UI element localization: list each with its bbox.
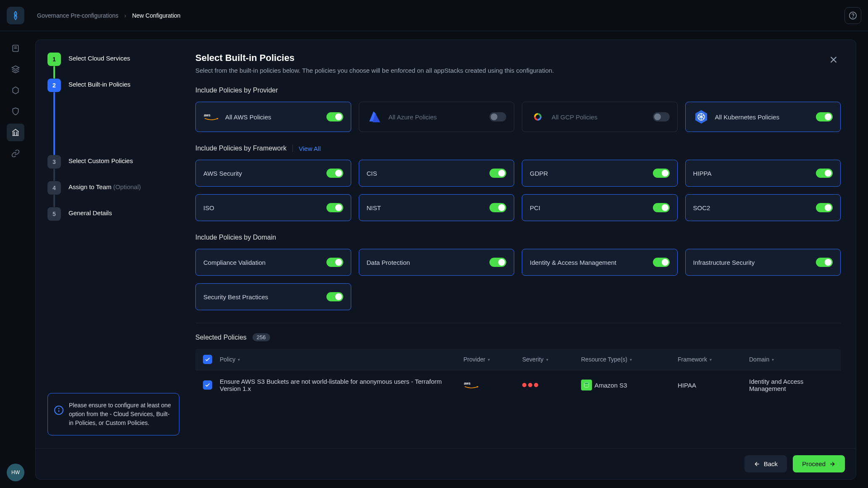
policy-tile[interactable]: Identity & Access Management <box>522 249 678 276</box>
col-header-provider[interactable]: Provider▾ <box>463 356 518 363</box>
col-header-severity[interactable]: Severity▾ <box>522 356 577 363</box>
tile-label: Infrastructure Security <box>693 259 810 266</box>
nav-governance[interactable] <box>7 124 24 141</box>
page-subtitle: Select from the built-in policies below.… <box>195 67 554 74</box>
toggle[interactable] <box>326 258 343 267</box>
policy-tile[interactable]: HIPPA <box>685 160 841 187</box>
tile-label: SOC2 <box>693 204 810 211</box>
toggle[interactable] <box>653 112 670 121</box>
step-badge: 2 <box>47 79 61 92</box>
toggle[interactable] <box>326 112 343 121</box>
info-icon <box>54 405 64 418</box>
step-label: Select Built-in Policies <box>68 79 131 88</box>
step-3[interactable]: 3Select Custom Policies <box>47 155 179 169</box>
toggle[interactable] <box>816 203 833 212</box>
policy-tile[interactable]: PCI <box>522 194 678 221</box>
col-header-policy[interactable]: Policy▾ <box>220 356 459 363</box>
help-button[interactable] <box>844 7 861 24</box>
policy-tile[interactable]: Data Protection <box>359 249 515 276</box>
policy-tile[interactable]: All Kubernetes Policies <box>685 102 841 132</box>
nav-hex[interactable] <box>7 82 24 99</box>
step-label: Assign to Team (Optional) <box>68 181 141 190</box>
nav-layers[interactable] <box>7 61 24 78</box>
policy-tile[interactable]: awsAll AWS Policies <box>195 102 351 132</box>
policy-tile[interactable]: All Azure Policies <box>359 102 515 132</box>
tile-label: PCI <box>530 204 647 211</box>
select-all-checkbox[interactable] <box>203 355 212 364</box>
svg-marker-5 <box>12 66 19 69</box>
breadcrumb: Governance Pre-configurations › New Conf… <box>37 12 844 19</box>
step-4[interactable]: 4Assign to Team (Optional) <box>47 181 179 195</box>
toggle[interactable] <box>489 112 506 121</box>
back-button[interactable]: Back <box>744 455 787 472</box>
policy-tile[interactable]: Security Best Practices <box>195 283 351 310</box>
nav-link[interactable] <box>7 145 24 162</box>
proceed-button[interactable]: Proceed <box>793 455 845 472</box>
sort-icon: ▾ <box>772 357 774 362</box>
provider-section-title: Include Policies by Provider <box>195 87 841 94</box>
step-badge: 3 <box>47 155 61 169</box>
s3-icon <box>581 380 592 390</box>
col-header-domain[interactable]: Domain▾ <box>749 356 833 363</box>
tile-label: Data Protection <box>367 259 484 266</box>
toggle[interactable] <box>816 112 833 121</box>
sort-icon: ▾ <box>488 357 490 362</box>
breadcrumb-current: New Configuration <box>132 12 180 19</box>
tile-label: All AWS Policies <box>225 113 321 121</box>
view-all-link[interactable]: View All <box>299 145 321 152</box>
toggle[interactable] <box>816 258 833 267</box>
app-logo[interactable] <box>7 7 24 24</box>
step-1[interactable]: 1Select Cloud Services <box>47 53 179 66</box>
breadcrumb-prev[interactable]: Governance Pre-configurations <box>37 12 118 19</box>
row-checkbox[interactable] <box>203 380 212 390</box>
toggle[interactable] <box>489 169 506 178</box>
tile-label: CIS <box>367 170 484 177</box>
policy-tile[interactable]: Infrastructure Security <box>685 249 841 276</box>
chevron-right-icon: › <box>124 12 126 19</box>
policy-tile[interactable]: Compliance Validation <box>195 249 351 276</box>
nav-dashboard[interactable] <box>7 40 24 57</box>
toggle[interactable] <box>653 258 670 267</box>
step-5[interactable]: 5General Details <box>47 207 179 221</box>
toggle[interactable] <box>653 203 670 212</box>
cell-provider: aws <box>463 380 518 390</box>
step-2[interactable]: 2Select Built-in Policies <box>47 79 179 92</box>
cell-severity <box>522 383 577 387</box>
toggle[interactable] <box>326 203 343 212</box>
policy-tile[interactable]: ISO <box>195 194 351 221</box>
step-badge: 1 <box>47 53 61 66</box>
separator <box>292 145 293 152</box>
gcp-icon <box>530 109 546 125</box>
policy-tile[interactable]: AWS Security <box>195 160 351 187</box>
svg-marker-6 <box>13 87 18 94</box>
toggle[interactable] <box>326 292 343 301</box>
toggle[interactable] <box>816 169 833 178</box>
table-row[interactable]: Ensure AWS S3 Buckets are not world-list… <box>195 370 841 400</box>
close-button[interactable] <box>826 53 841 68</box>
cell-domain: Identity and Access Management <box>749 378 833 392</box>
azure-icon <box>367 109 383 125</box>
user-avatar[interactable]: HW <box>7 464 24 481</box>
policy-tile[interactable]: GDPR <box>522 160 678 187</box>
tile-label: Compliance Validation <box>203 259 321 266</box>
step-connector <box>53 92 55 155</box>
policy-tile[interactable]: CIS <box>359 160 515 187</box>
toggle[interactable] <box>326 169 343 178</box>
k8s-icon <box>693 109 709 125</box>
domain-section-title: Include Policies by Domain <box>195 234 841 241</box>
left-nav: HW <box>0 31 31 488</box>
info-callout: Please ensure to configure at least one … <box>47 393 179 435</box>
col-header-framework[interactable]: Framework▾ <box>678 356 745 363</box>
sort-icon: ▾ <box>238 357 240 362</box>
col-header-resource[interactable]: Resource Type(s)▾ <box>581 356 673 363</box>
policy-tile[interactable]: All GCP Policies <box>522 102 678 132</box>
toggle[interactable] <box>489 203 506 212</box>
policy-tile[interactable]: SOC2 <box>685 194 841 221</box>
step-connector <box>53 195 55 207</box>
toggle[interactable] <box>653 169 670 178</box>
toggle[interactable] <box>489 258 506 267</box>
step-badge: 5 <box>47 207 61 221</box>
nav-shield[interactable] <box>7 103 24 120</box>
policy-tile[interactable]: NIST <box>359 194 515 221</box>
step-connector <box>53 169 55 181</box>
